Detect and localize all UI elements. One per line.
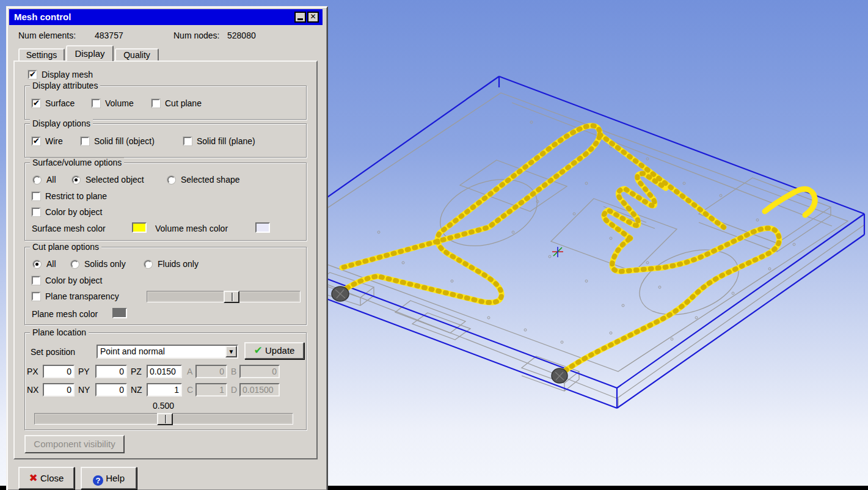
- mesh-control-dialog: Mesh control ✕ Num elements: 483757 Num …: [6, 6, 328, 490]
- num-elements-value: 483757: [95, 31, 123, 40]
- solid-fill-object-checkbox[interactable]: [81, 137, 89, 145]
- volume-checkbox[interactable]: [92, 99, 100, 108]
- plane-location-slider-thumb[interactable]: [157, 413, 173, 425]
- help-question-icon: ?: [93, 475, 103, 486]
- display-mesh-label: Display mesh: [42, 70, 93, 79]
- plane-mesh-color-swatch[interactable]: [112, 308, 127, 318]
- surface-mesh-channel: [341, 126, 815, 375]
- close-icon[interactable]: ✕: [307, 12, 319, 23]
- px-field[interactable]: 0: [43, 365, 75, 378]
- cp-all-label: All: [46, 259, 56, 269]
- b-field: 0: [239, 365, 280, 378]
- component-visibility-button[interactable]: Component visibility: [24, 435, 125, 453]
- display-attributes-title: Display attributes: [30, 81, 100, 90]
- py-field[interactable]: 0: [95, 365, 127, 378]
- set-position-label: Set position: [31, 347, 75, 357]
- update-check-icon: ✔: [254, 345, 263, 356]
- close-x-icon: ✖: [29, 472, 38, 484]
- a-field: 0: [195, 365, 227, 378]
- sv-selected-object-label: Selected object: [86, 175, 144, 185]
- nx-label: NX: [27, 385, 38, 395]
- display-options-group: Display options: [24, 123, 307, 158]
- surface-mesh-color-swatch[interactable]: [132, 222, 147, 233]
- update-button-label: Update: [265, 345, 294, 356]
- plane-transparency-slider-thumb[interactable]: [224, 291, 239, 303]
- nz-label: NZ: [131, 385, 142, 395]
- solid-fill-plane-label: Solid fill (plane): [197, 136, 255, 146]
- volume-mesh-color-swatch[interactable]: [255, 222, 270, 233]
- py-label: PY: [78, 367, 90, 376]
- plane-transparency-checkbox[interactable]: [32, 292, 40, 301]
- help-button-label: Help: [106, 473, 125, 483]
- dialog-title: Mesh control: [14, 12, 71, 22]
- tab-settings[interactable]: Settings: [18, 48, 65, 61]
- nz-field[interactable]: 1: [147, 383, 182, 397]
- restrict-to-plane-label: Restrict to plane: [45, 191, 107, 201]
- nx-field[interactable]: 0: [43, 383, 75, 397]
- cp-color-by-object-label: Color by object: [45, 276, 102, 285]
- dialog-titlebar[interactable]: Mesh control ✕: [9, 9, 323, 25]
- dropdown-arrow-icon[interactable]: ▼: [225, 346, 237, 357]
- sv-all-label: All: [46, 175, 56, 185]
- close-button-label: Close: [40, 473, 64, 483]
- help-button[interactable]: ? Help: [81, 467, 137, 489]
- sv-color-by-object-checkbox[interactable]: [32, 208, 40, 216]
- sv-all-radio[interactable]: [33, 176, 41, 184]
- cut-plane-label: Cut plane: [165, 98, 202, 108]
- d-label: D: [231, 385, 237, 395]
- d-field: 0.01500: [239, 383, 280, 397]
- restrict-to-plane-checkbox[interactable]: [32, 192, 40, 200]
- mesh-stats: Num elements: 483757 Num nodes: 528080: [7, 31, 327, 45]
- tab-quality[interactable]: Quality: [115, 48, 159, 61]
- wire-checkbox[interactable]: ✔: [32, 137, 40, 145]
- sv-selected-shape-radio[interactable]: [167, 176, 175, 184]
- plane-transparency-slider[interactable]: [147, 291, 301, 302]
- b-label: B: [231, 367, 236, 376]
- pz-field[interactable]: 0.0150: [147, 365, 182, 378]
- ny-label: NY: [78, 385, 90, 395]
- px-label: PX: [27, 367, 38, 376]
- surface-label: Surface: [45, 98, 75, 108]
- sv-selected-shape-label: Selected shape: [181, 175, 240, 185]
- num-nodes-value: 528080: [227, 31, 256, 40]
- display-options-title: Display options: [30, 119, 93, 128]
- tab-display[interactable]: Display: [66, 45, 114, 61]
- surface-checkbox[interactable]: ✔: [32, 99, 40, 108]
- num-nodes-label: Num nodes:: [173, 31, 219, 40]
- cp-fluids-only-radio[interactable]: [144, 260, 152, 268]
- a-label: A: [187, 367, 192, 376]
- plane-location-title: Plane location: [30, 327, 89, 337]
- num-elements-label: Num elements:: [18, 31, 76, 40]
- plate-edges: [252, 76, 864, 408]
- plane-location-slider[interactable]: [34, 413, 293, 425]
- cut-plane-options-title: Cut plane options: [30, 242, 101, 252]
- wire-label: Wire: [45, 136, 63, 146]
- surface-mesh-color-label: Surface mesh color: [32, 224, 106, 233]
- volume-mesh-color-label: Volume mesh color: [155, 224, 228, 233]
- cp-solids-only-label: Solids only: [84, 259, 126, 269]
- minimize-icon[interactable]: [294, 12, 306, 23]
- volume-label: Volume: [105, 98, 134, 108]
- axis-marker: [552, 247, 563, 257]
- cp-fluids-only-label: Fluids only: [158, 259, 199, 269]
- close-button[interactable]: ✖ Close: [18, 467, 75, 489]
- pz-label: PZ: [131, 367, 142, 376]
- solid-fill-object-label: Solid fill (object): [94, 136, 155, 146]
- plane-slider-value: 0.500: [153, 401, 174, 411]
- sv-color-by-object-label: Color by object: [45, 207, 102, 217]
- plane-transparency-label: Plane transparency: [45, 291, 119, 301]
- sv-selected-object-radio[interactable]: [72, 176, 80, 184]
- update-button[interactable]: ✔ Update: [244, 342, 304, 359]
- c-label: C: [187, 385, 193, 395]
- cp-all-radio[interactable]: [33, 260, 41, 268]
- c-field: 1: [195, 383, 227, 397]
- plane-mesh-color-label: Plane mesh color: [32, 309, 98, 319]
- solid-fill-plane-checkbox[interactable]: [183, 137, 192, 145]
- ny-field[interactable]: 0: [95, 383, 127, 397]
- display-mesh-checkbox[interactable]: ✔: [28, 70, 37, 79]
- cp-color-by-object-checkbox[interactable]: [32, 276, 40, 285]
- set-position-dropdown[interactable]: Point and normal: [97, 345, 238, 359]
- cp-solids-only-radio[interactable]: [71, 260, 79, 268]
- surface-volume-options-title: Surface/volume options: [30, 158, 124, 167]
- cut-plane-checkbox[interactable]: [151, 99, 160, 108]
